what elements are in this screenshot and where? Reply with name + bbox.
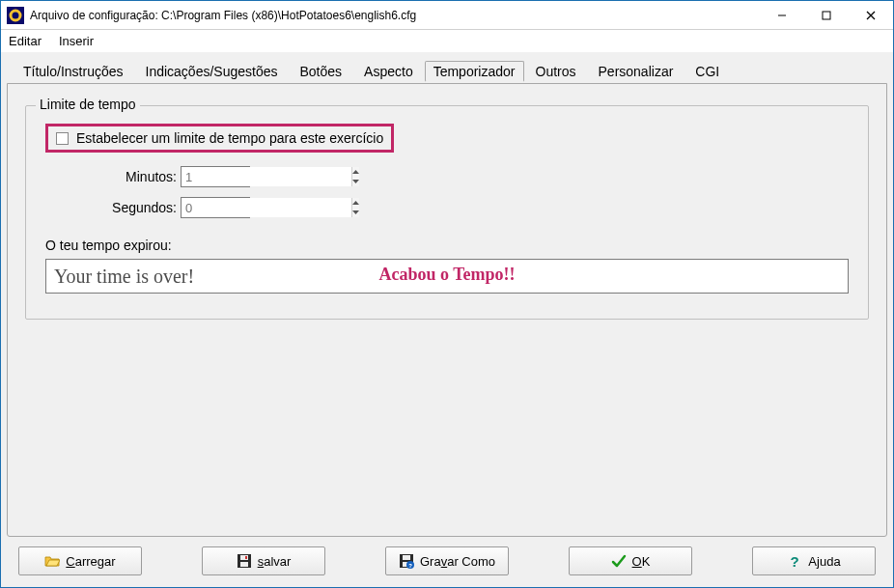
seconds-up[interactable]: [352, 198, 359, 208]
tab-indicacoes[interactable]: Indicações/Sugestões: [135, 59, 289, 84]
svg-text:?: ?: [791, 553, 799, 569]
close-button[interactable]: [849, 1, 893, 30]
load-button[interactable]: Carregar: [18, 546, 142, 575]
minutes-spinner[interactable]: [181, 166, 250, 187]
save-as-button-label: Gravar Como: [420, 554, 495, 569]
maximize-button[interactable]: [804, 1, 849, 30]
seconds-spinner[interactable]: [181, 197, 250, 218]
tab-titulo[interactable]: Título/Instruções: [13, 59, 134, 84]
save-button-label: salvar: [258, 554, 292, 569]
seconds-label: Segundos:: [65, 200, 181, 215]
ok-button[interactable]: OK: [569, 546, 692, 575]
svg-rect-13: [245, 556, 247, 559]
save-as-button[interactable]: ? Gravar Como: [385, 546, 509, 575]
save-button[interactable]: salvar: [202, 546, 325, 575]
svg-marker-6: [352, 170, 359, 174]
window-controls: [760, 1, 893, 30]
tabs-strip: Título/Instruções Indicações/Sugestões B…: [7, 56, 887, 83]
tab-aspecto[interactable]: Aspecto: [353, 59, 424, 84]
window-title: Arquivo de configuração: C:\Program File…: [30, 9, 760, 22]
minimize-button[interactable]: [760, 1, 804, 30]
svg-marker-7: [352, 180, 359, 183]
tab-outros[interactable]: Outros: [525, 59, 587, 84]
titlebar[interactable]: Arquivo de configuração: C:\Program File…: [1, 1, 893, 30]
menubar: Editar Inserir: [1, 30, 893, 52]
app-icon: [7, 7, 24, 24]
svg-rect-12: [240, 562, 248, 567]
svg-text:?: ?: [408, 563, 412, 569]
svg-marker-9: [352, 210, 359, 214]
seconds-input[interactable]: [182, 198, 351, 217]
dialog-button-row: Carregar salvar ? Gravar Como OK: [7, 537, 887, 579]
groupbox-limite-tempo: Limite de tempo Estabelecer um limite de…: [25, 105, 869, 320]
menu-inserir[interactable]: Inserir: [59, 34, 94, 48]
config-window: Arquivo de configuração: C:\Program File…: [0, 0, 894, 588]
tab-personalizar[interactable]: Personalizar: [588, 59, 684, 84]
tab-cgi[interactable]: CGI: [684, 59, 730, 84]
expired-label: O teu tempo expirou:: [45, 238, 849, 253]
minutes-up[interactable]: [352, 167, 359, 177]
seconds-down[interactable]: [352, 208, 359, 217]
minutes-label: Minutos:: [65, 169, 181, 184]
menu-editar[interactable]: Editar: [9, 34, 42, 48]
svg-rect-15: [403, 555, 410, 560]
floppy-question-icon: ?: [399, 553, 414, 569]
expired-message-row: Acabou o Tempo!!: [45, 259, 849, 294]
help-button-label: Ajuda: [808, 554, 840, 569]
tab-botoes[interactable]: Botões: [289, 59, 352, 84]
svg-marker-8: [352, 201, 359, 205]
tab-panel-temporizador: Limite de tempo Estabelecer um limite de…: [7, 83, 887, 537]
time-fields: Minutos: Segundos:: [65, 166, 849, 218]
client-area: Título/Instruções Indicações/Sugestões B…: [1, 52, 893, 587]
ok-button-label: OK: [632, 554, 651, 569]
enable-time-limit-row: Estabelecer um limite de tempo para este…: [45, 124, 394, 153]
floppy-icon: [237, 553, 252, 569]
enable-time-limit-label: Estabelecer um limite de tempo para este…: [76, 130, 383, 146]
minutes-input[interactable]: [182, 167, 351, 186]
check-icon: [611, 553, 627, 569]
svg-rect-3: [823, 12, 830, 19]
folder-open-icon: [44, 553, 60, 569]
help-button[interactable]: ? Ajuda: [752, 546, 876, 575]
expired-message-input[interactable]: [45, 259, 849, 294]
load-button-label: Carregar: [66, 554, 115, 569]
minutes-down[interactable]: [352, 177, 359, 186]
enable-time-limit-checkbox[interactable]: [56, 132, 69, 145]
help-icon: ?: [787, 553, 802, 569]
groupbox-legend: Limite de tempo: [36, 97, 140, 112]
tab-temporizador[interactable]: Temporizador: [425, 61, 524, 82]
